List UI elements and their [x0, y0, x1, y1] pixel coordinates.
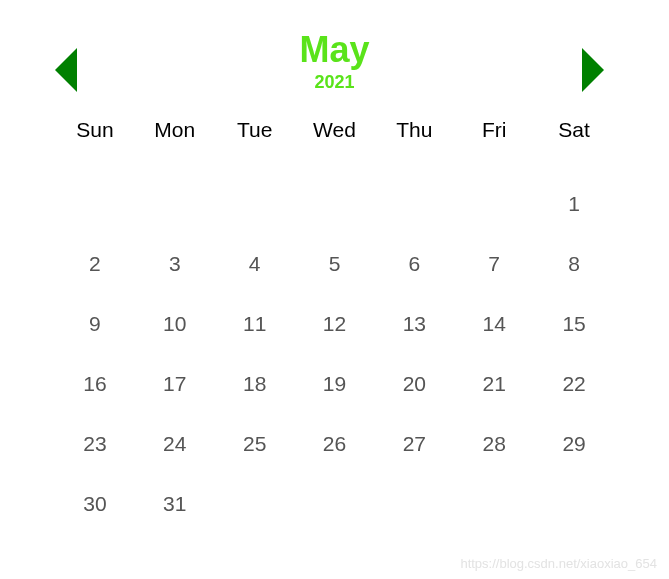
year-label: 2021: [55, 72, 614, 93]
day-cell[interactable]: 20: [374, 372, 454, 396]
watermark-text: https://blog.csdn.net/xiaoxiao_654: [460, 556, 657, 571]
calendar-header: May 2021: [55, 30, 614, 93]
day-cell[interactable]: 30: [55, 492, 135, 516]
day-cell[interactable]: 23: [55, 432, 135, 456]
day-cell[interactable]: 26: [295, 432, 375, 456]
day-cell[interactable]: 15: [534, 312, 614, 336]
day-cell[interactable]: 18: [215, 372, 295, 396]
day-cell[interactable]: 16: [55, 372, 135, 396]
weekday-header: Mon: [135, 118, 215, 156]
next-month-arrow-icon[interactable]: [582, 48, 604, 92]
day-cell[interactable]: 8: [534, 252, 614, 276]
day-cell[interactable]: 25: [215, 432, 295, 456]
day-cell[interactable]: 29: [534, 432, 614, 456]
weekday-header: Fri: [454, 118, 534, 156]
day-cell[interactable]: 24: [135, 432, 215, 456]
day-cell[interactable]: 11: [215, 312, 295, 336]
day-cell[interactable]: 28: [454, 432, 534, 456]
day-cell[interactable]: 17: [135, 372, 215, 396]
day-cell[interactable]: 19: [295, 372, 375, 396]
day-cell[interactable]: 5: [295, 252, 375, 276]
day-cell[interactable]: 12: [295, 312, 375, 336]
prev-month-arrow-icon[interactable]: [55, 48, 77, 92]
day-cell[interactable]: 31: [135, 492, 215, 516]
day-cell[interactable]: 3: [135, 252, 215, 276]
calendar: May 2021 SunMonTueWedThuFriSat1234567891…: [0, 0, 669, 536]
weekday-header: Thu: [374, 118, 454, 156]
day-cell[interactable]: 1: [534, 192, 614, 216]
weekday-header: Sun: [55, 118, 135, 156]
day-cell[interactable]: 4: [215, 252, 295, 276]
month-label: May: [55, 30, 614, 70]
day-cell[interactable]: 9: [55, 312, 135, 336]
day-cell[interactable]: 7: [454, 252, 534, 276]
day-cell[interactable]: 13: [374, 312, 454, 336]
calendar-grid: SunMonTueWedThuFriSat1234567891011121314…: [55, 118, 614, 516]
weekday-header: Sat: [534, 118, 614, 156]
weekday-header: Wed: [295, 118, 375, 156]
day-cell[interactable]: 21: [454, 372, 534, 396]
day-cell[interactable]: 6: [374, 252, 454, 276]
day-cell[interactable]: 10: [135, 312, 215, 336]
day-cell[interactable]: 2: [55, 252, 135, 276]
day-cell[interactable]: 22: [534, 372, 614, 396]
day-cell[interactable]: 27: [374, 432, 454, 456]
weekday-header: Tue: [215, 118, 295, 156]
day-cell[interactable]: 14: [454, 312, 534, 336]
